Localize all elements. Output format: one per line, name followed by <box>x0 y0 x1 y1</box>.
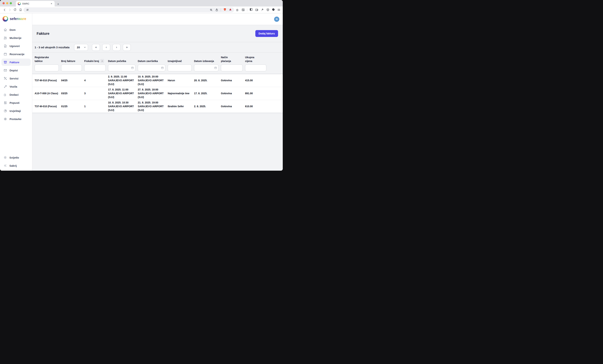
brand-logo-mark-icon <box>2 16 8 22</box>
zoom-page-icon[interactable] <box>209 8 213 11</box>
forward-button[interactable] <box>7 7 12 12</box>
cell-broj-fakture: 01/25 <box>61 104 84 108</box>
sidebar-item-vozila[interactable]: Vozila <box>1 83 31 90</box>
url-bar[interactable] <box>23 7 234 12</box>
sidebar-footer: Svijetlo Sakrij <box>0 153 32 171</box>
table-row[interactable]: T37-M-010 (Focus) 04/25 4 2. 9. 2025. 11… <box>32 74 283 87</box>
tune-icon[interactable] <box>25 7 30 12</box>
chevrons-left-icon <box>3 164 7 167</box>
back-button[interactable] <box>2 7 7 12</box>
sidebar-item-label: Servisi <box>10 77 18 80</box>
calendar-icon[interactable] <box>131 67 134 69</box>
sidebar-item-rezervacije[interactable]: Rezervacije <box>1 50 31 58</box>
cell-datum-izdavanja: 2. 8. 2025. <box>194 104 221 108</box>
zoom-window-button[interactable] <box>10 2 12 4</box>
bookmark-icon[interactable] <box>18 7 23 12</box>
pagination-buttons: « ‹ › » <box>92 44 131 51</box>
filter-broj-fakture-input[interactable] <box>61 65 82 71</box>
sidebar-item-label: Mušterije <box>10 36 22 39</box>
cell-ukupna-cijena: 415.00 <box>245 79 281 82</box>
column-header-nacin-placanja[interactable]: Način plaćanja <box>221 55 245 63</box>
column-header-iznajmljivac[interactable]: Iznajmljivač <box>168 55 194 63</box>
page-title: Fakture <box>37 32 49 36</box>
sidebar-item-fakture[interactable]: Fakture <box>1 58 31 66</box>
menu-icon[interactable] <box>277 8 281 11</box>
filter-iznajmljivac-input[interactable] <box>168 65 192 71</box>
sidebar-item-label: Dodaci <box>10 93 19 96</box>
sidebar-item-dopisi[interactable]: Dopisi <box>1 67 31 74</box>
cell-datum-zavrsetka: 27. 8. 2025. 18:00 SARAJEVO AIRPORT (SJJ… <box>138 88 168 99</box>
brave-shields-icon[interactable] <box>223 8 226 12</box>
column-header-datum-izdavanja[interactable]: Datum izdavanja <box>194 55 221 63</box>
sidebar-item-popusti[interactable]: Popusti <box>1 99 31 106</box>
user-avatar[interactable]: IS <box>274 17 279 22</box>
column-header-ukupna-cijena[interactable]: Ukupna cijena <box>245 55 281 63</box>
sidebar-item-postavke[interactable]: Postavke <box>1 115 31 123</box>
add-invoice-button[interactable]: Dodaj fakturu <box>255 30 278 37</box>
sidebar-item-label: Vozila <box>10 85 17 88</box>
sidebar-item-izvjestaji[interactable]: Izvještaji <box>1 107 31 114</box>
theme-toggle[interactable]: Svijetlo <box>1 154 31 161</box>
vpn-shield-icon[interactable] <box>266 8 270 11</box>
column-header-datum-zavrsetka[interactable]: Datum završetka <box>138 55 168 63</box>
column-header-broj-fakture[interactable]: Broj fakture <box>61 55 84 63</box>
cell-fiskalni-broj: 4 <box>84 79 108 82</box>
filter-nacin-placanja-input[interactable] <box>221 65 243 71</box>
reload-button[interactable] <box>12 7 17 12</box>
close-window-button[interactable] <box>2 2 5 4</box>
minimize-window-button[interactable] <box>6 2 8 4</box>
sidebar-item-label: Rezervacije <box>10 53 24 56</box>
brand-logo[interactable]: seferware <box>0 13 32 24</box>
profile-avatar-icon[interactable] <box>272 8 275 12</box>
calendar-icon <box>3 52 7 56</box>
calendar-icon[interactable] <box>214 67 217 69</box>
table-filters <box>32 65 283 71</box>
cell-broj-fakture: 04/25 <box>61 79 84 82</box>
puzzle-icon <box>3 93 7 97</box>
extensions-icon[interactable] <box>236 8 239 11</box>
close-tab-icon[interactable]: ✕ <box>50 2 53 5</box>
collapse-sidebar-button[interactable]: Sakrij <box>1 162 31 169</box>
table-body: T37-M-010 (Focus) 04/25 4 2. 9. 2025. 11… <box>32 74 283 113</box>
mail-icon <box>3 68 7 72</box>
calendar-icon[interactable] <box>161 67 164 69</box>
sidebar-item-servisi[interactable]: Servisi <box>1 75 31 82</box>
table-row[interactable]: A10-T-000 (A Class) 03/25 3 17. 8. 2025.… <box>32 87 283 100</box>
wallet-icon[interactable] <box>255 8 258 11</box>
prev-page-button[interactable]: ‹ <box>102 44 110 51</box>
sidebar-item-label: Dom <box>10 28 15 31</box>
first-page-button[interactable]: « <box>92 44 100 51</box>
next-page-button[interactable]: › <box>113 44 120 51</box>
column-header-fiskalni-broj[interactable]: Fiskalni broj <box>84 55 108 63</box>
sidebar-item-ugovori[interactable]: Ugovori <box>1 42 31 50</box>
sidebar-item-label: Dopisi <box>10 69 18 72</box>
leo-ai-icon[interactable] <box>261 8 264 11</box>
cell-datum-izdavanja: 17. 8. 2025. <box>194 91 221 95</box>
brave-rewards-icon[interactable] <box>229 8 232 12</box>
pagination-bar: 1 - 3 od ukupnih 3 rezultata 20 « ‹ › » <box>32 42 283 53</box>
new-tab-button[interactable]: + <box>57 2 59 6</box>
table-row[interactable]: T37-M-010 (Focus) 01/25 1 10. 8. 2025. 1… <box>32 100 283 113</box>
sidebar-item-musterije[interactable]: Mušterije <box>1 34 31 41</box>
divider <box>247 9 247 11</box>
filter-ukupna-cijena-input[interactable] <box>245 65 266 71</box>
sidebar-toggle-icon[interactable] <box>249 8 253 12</box>
search-tabs-icon[interactable] <box>242 8 245 11</box>
page-size-select[interactable]: 20 <box>74 44 88 51</box>
cell-broj-fakture: 03/25 <box>61 91 84 95</box>
cell-datum-pocetka: 2. 9. 2025. 11:00 SARAJEVO AIRPORT (SJJ) <box>108 75 138 86</box>
browser-tab[interactable]: SWRC ✕ <box>16 1 55 7</box>
filter-registarske-tablice-input[interactable] <box>35 65 59 71</box>
column-header-registarske-tablice[interactable]: Registarske tablice <box>35 55 61 63</box>
tab-title: SWRC <box>22 2 48 5</box>
sidebar-item-label: Izvještaji <box>10 109 21 113</box>
last-page-button[interactable]: » <box>123 44 131 51</box>
column-header-datum-pocetka[interactable]: Datum početka <box>108 55 138 63</box>
sidebar-item-dodaci[interactable]: Dodaci <box>1 91 31 98</box>
sidebar-item-label: Ugovori <box>10 45 20 47</box>
sidebar-item-label: Popusti <box>10 101 20 104</box>
sort-asc-indicator[interactable] <box>100 59 104 63</box>
share-icon[interactable] <box>215 8 218 11</box>
sidebar-item-dom[interactable]: Dom <box>1 26 31 33</box>
filter-fiskalni-broj-input[interactable] <box>84 65 106 71</box>
